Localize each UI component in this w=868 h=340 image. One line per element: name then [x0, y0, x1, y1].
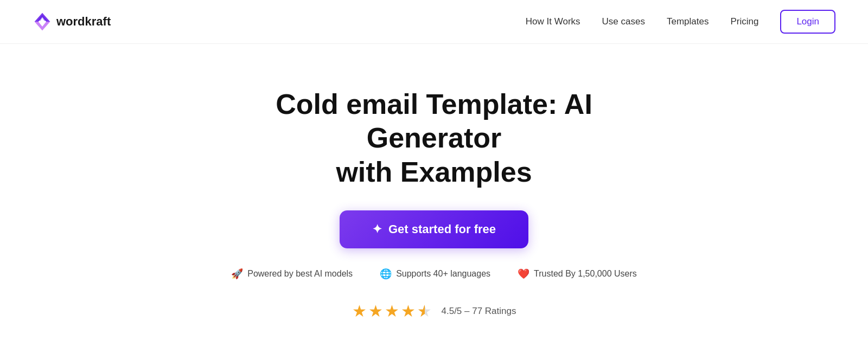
hero-section: Cold email Template: AI Generator with E…: [0, 44, 868, 340]
feature-trusted: ❤️ Trusted By 1,50,000 Users: [518, 268, 637, 280]
ratings-row: ★ ★ ★ ★ ★ ★ 4.5/5 – 77 Ratings: [352, 301, 516, 320]
star-2: ★: [368, 301, 383, 320]
globe-icon: 🌐: [380, 268, 392, 280]
star-3: ★: [385, 301, 399, 320]
cta-label: Get started for free: [388, 222, 496, 236]
logo-icon: [33, 12, 52, 31]
nav-templates[interactable]: Templates: [667, 16, 709, 27]
heart-icon: ❤️: [518, 268, 529, 280]
stars-container: ★ ★ ★ ★ ★ ★: [352, 301, 432, 320]
star-1: ★: [352, 301, 367, 320]
feature-languages-text: Supports 40+ languages: [396, 269, 490, 279]
feature-ai-models: 🚀 Powered by best AI models: [231, 268, 353, 280]
logo[interactable]: wordkraft: [33, 12, 111, 31]
nav-how-it-works[interactable]: How It Works: [526, 16, 580, 27]
star-4: ★: [401, 301, 416, 320]
feature-trusted-text: Trusted By 1,50,000 Users: [534, 269, 637, 279]
feather-icon: ✦: [372, 222, 382, 236]
login-button[interactable]: Login: [780, 10, 835, 34]
nav-pricing[interactable]: Pricing: [730, 16, 758, 27]
rocket-icon: 🚀: [231, 268, 243, 280]
features-row: 🚀 Powered by best AI models 🌐 Supports 4…: [231, 268, 637, 280]
cta-button[interactable]: ✦ Get started for free: [340, 210, 528, 248]
hero-title: Cold email Template: AI Generator with E…: [217, 87, 651, 189]
rating-text: 4.5/5 – 77 Ratings: [442, 306, 516, 317]
nav-use-cases[interactable]: Use cases: [602, 16, 645, 27]
feature-ai-text: Powered by best AI models: [247, 269, 353, 279]
site-header: wordkraft How It Works Use cases Templat…: [0, 0, 868, 44]
main-nav: How It Works Use cases Templates Pricing…: [526, 10, 835, 34]
star-5-half: ★ ★: [417, 301, 432, 320]
feature-languages: 🌐 Supports 40+ languages: [380, 268, 490, 280]
logo-text: wordkraft: [56, 15, 111, 29]
